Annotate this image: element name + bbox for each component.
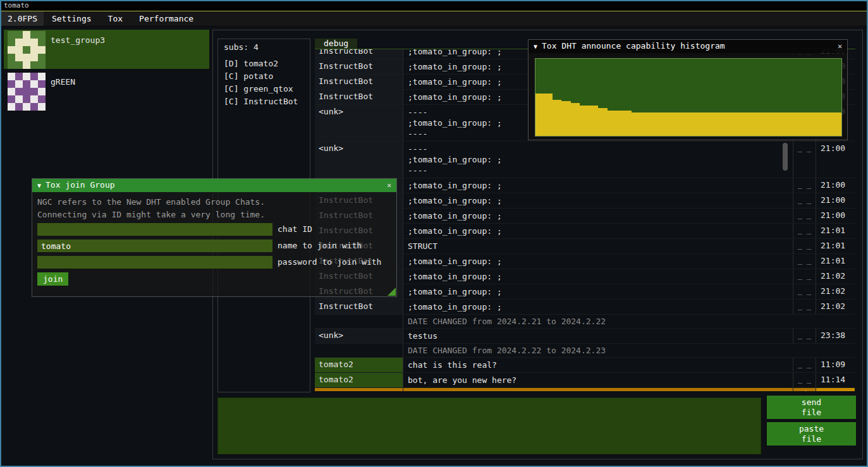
- chat-id-input[interactable]: [37, 223, 272, 236]
- chat-scrollbar[interactable]: [783, 143, 788, 171]
- subs-member[interactable]: [D] tomato2: [224, 58, 310, 70]
- message-time: 21:01: [816, 224, 855, 238]
- message-text: STRUCT: [403, 239, 793, 253]
- sender-name: <unk>: [315, 105, 403, 141]
- message-status: _ _: [793, 254, 816, 269]
- chat-message-row[interactable]: <unk>----;tomato_in_group: ;----_ _21:00: [315, 142, 855, 178]
- dht-histogram-titlebar[interactable]: ▼Tox DHT announce capability histogram ✕: [529, 40, 847, 53]
- date-changed-row: DATE CHANGED from 2024.2.22 to 2024.2.23: [315, 344, 855, 358]
- tab-debug[interactable]: debug: [315, 39, 357, 49]
- resize-grip-icon[interactable]: [388, 288, 396, 296]
- menu-bar: 2.0FPS Settings Tox Performance: [1, 11, 867, 27]
- join-name-input[interactable]: [37, 240, 272, 252]
- dht-histogram-window[interactable]: ▼Tox DHT announce capability histogram ✕: [528, 39, 848, 140]
- sender-name: <unk>: [315, 142, 403, 178]
- sender-name: InstructBot: [315, 49, 403, 59]
- date-changed-row: DATE CHANGED from 2024.2.21 to 2024.2.22: [315, 315, 855, 329]
- sender-name: InstructBot: [315, 90, 403, 104]
- message-time: 21:00: [816, 193, 855, 208]
- sender-name: <unk>: [315, 329, 403, 343]
- message-text: ;tomato_in_group: ;: [403, 193, 793, 208]
- message-text: chat is this real?: [403, 358, 793, 372]
- message-text: testus: [403, 329, 793, 343]
- chat-message-row[interactable]: InstructBot;tomato_in_group: ;_ _21:02: [315, 300, 855, 315]
- message-time: 21:02: [816, 269, 855, 284]
- group-item-test_group3[interactable]: test_group3: [4, 30, 209, 69]
- join-button[interactable]: join: [37, 272, 68, 286]
- message-text: ;tomato_in_group: ;: [403, 178, 793, 193]
- join-password-input[interactable]: [37, 256, 272, 269]
- message-text: ;tomato_in_group: ;: [403, 300, 793, 314]
- message-status: _ _: [793, 209, 816, 223]
- message-time: 21:02: [816, 284, 855, 299]
- group-avatar: [8, 31, 46, 69]
- message-text: bot, are you new here?: [403, 373, 793, 387]
- message-text: ;tomato_in_group: ;: [403, 254, 793, 269]
- message-status: _ _: [793, 358, 816, 372]
- message-input[interactable]: [217, 397, 761, 454]
- window-title: tomato: [0, 0, 868, 11]
- message-status: _ _: [793, 300, 816, 314]
- join-group-window[interactable]: ▼Tox join Group ✕ NGC refers to the New …: [32, 178, 397, 297]
- message-text: ----;tomato_in_group: ;----: [403, 142, 793, 178]
- join-group-titlebar[interactable]: ▼Tox join Group ✕: [32, 179, 396, 192]
- group-avatar: [8, 73, 46, 111]
- message-status: _ _: [793, 178, 816, 193]
- message-status: _ _: [793, 373, 816, 387]
- subs-member[interactable]: [C] InstructBot: [224, 95, 310, 108]
- message-status: _ _: [793, 142, 816, 178]
- message-time: 21:01: [816, 254, 855, 269]
- close-icon[interactable]: ✕: [384, 180, 394, 191]
- message-time: 21:01: [816, 239, 855, 253]
- message-status: d: [793, 388, 816, 391]
- paste-file-button[interactable]: paste file: [767, 422, 856, 446]
- message-status: _ _: [793, 269, 816, 284]
- message-status: _ _: [793, 284, 816, 299]
- message-time: 21:00: [816, 142, 855, 178]
- chat-message-row[interactable]: <unk>testus_ _23:38: [315, 329, 855, 344]
- chat-id-label: chat ID: [278, 223, 312, 236]
- menu-tox[interactable]: Tox: [100, 11, 131, 26]
- group-name: test_group3: [51, 35, 105, 45]
- fps-counter: 2.0FPS: [1, 11, 44, 26]
- dht-histogram-title: Tox DHT announce capability histogram: [542, 41, 725, 51]
- chat-message-row[interactable]: tomato2bot, are you new here?_ _11:14: [315, 373, 855, 388]
- join-info-line1: NGC refers to the New DHT enabled Group …: [37, 197, 265, 207]
- send-file-button[interactable]: send file: [767, 396, 856, 419]
- message-text: ;tomato_in_group: ;: [403, 284, 793, 299]
- subs-member[interactable]: [C] green_qtox: [224, 83, 310, 95]
- message-status: _ _: [793, 239, 816, 253]
- message-time: 21:00: [816, 209, 855, 223]
- message-time: 23:38: [816, 329, 855, 343]
- sender-name: InstructBot: [315, 300, 403, 314]
- message-status: _ _: [793, 193, 816, 208]
- join-password-label: password to join with: [278, 256, 381, 269]
- menu-performance[interactable]: Performance: [131, 11, 202, 26]
- sender-name: InstructBot: [315, 59, 403, 74]
- join-name-label: name to join with: [278, 240, 362, 252]
- collapse-icon[interactable]: ▼: [534, 43, 537, 50]
- menu-settings[interactable]: Settings: [44, 11, 100, 26]
- join-group-title: Tox join Group: [46, 180, 115, 190]
- subs-member[interactable]: [C] potato: [224, 70, 310, 83]
- message-text: ;tomato_in_group: ;: [403, 209, 793, 223]
- subs-count: subs: 4: [224, 42, 310, 52]
- message-time: 11:15: [816, 388, 855, 391]
- message-text: ;tomato_in_group: ;: [403, 269, 793, 284]
- join-group-body: NGC refers to the New DHT enabled Group …: [32, 192, 396, 296]
- chat-message-row[interactable]: tomato2chat is this real?_ _11:09: [315, 358, 855, 373]
- date-changed-text: DATE CHANGED from 2024.2.21 to 2024.2.22: [403, 315, 855, 328]
- collapse-icon[interactable]: ▼: [37, 182, 41, 189]
- message-time: 21:02: [816, 300, 855, 314]
- message-status: _ _: [793, 329, 816, 343]
- message-time: 11:14: [816, 373, 855, 387]
- group-item-green[interactable]: gREEN: [4, 71, 209, 111]
- message-time: 21:00: [816, 178, 855, 193]
- group-name: gREEN: [51, 77, 75, 87]
- chat-message-row[interactable]: InstructBotNo, I've been in this group f…: [315, 388, 855, 391]
- message-text: ;tomato_in_group: ;: [403, 224, 793, 238]
- message-status: _ _: [793, 224, 816, 238]
- sender-name: tomato2: [315, 373, 403, 387]
- dht-histogram-body: [529, 53, 847, 140]
- close-icon[interactable]: ✕: [834, 41, 845, 52]
